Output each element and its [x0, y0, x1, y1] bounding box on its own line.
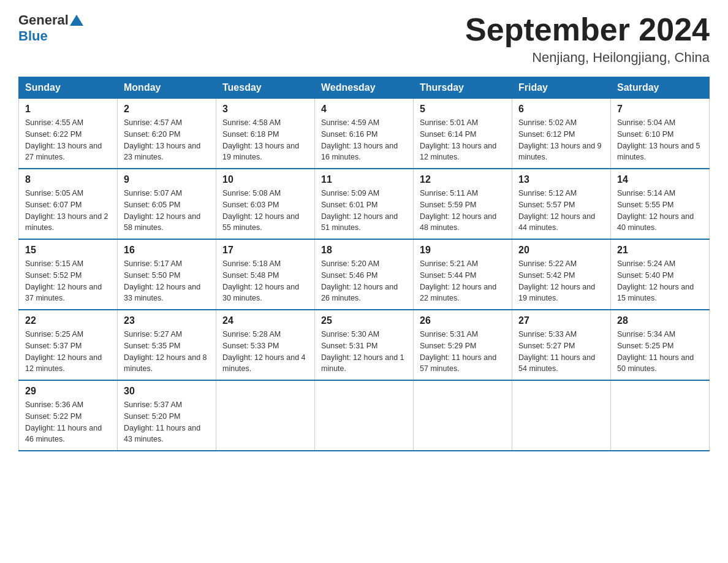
day-number-7: 7	[617, 104, 703, 115]
col-saturday: Saturday	[611, 77, 710, 99]
day-number-3: 3	[222, 104, 308, 115]
day-info-28: Sunrise: 5:34 AMSunset: 5:25 PMDaylight:…	[617, 329, 703, 375]
table-row: 17Sunrise: 5:18 AMSunset: 5:48 PMDayligh…	[216, 239, 315, 310]
day-number-8: 8	[25, 174, 111, 185]
day-info-22: Sunrise: 5:25 AMSunset: 5:37 PMDaylight:…	[25, 329, 111, 375]
day-info-11: Sunrise: 5:09 AMSunset: 6:01 PMDaylight:…	[321, 188, 407, 234]
col-monday: Monday	[118, 77, 216, 99]
col-thursday: Thursday	[414, 77, 512, 99]
table-row	[414, 380, 512, 451]
day-info-10: Sunrise: 5:08 AMSunset: 6:03 PMDaylight:…	[222, 188, 308, 234]
table-row: 12Sunrise: 5:11 AMSunset: 5:59 PMDayligh…	[414, 169, 512, 239]
table-row: 30Sunrise: 5:37 AMSunset: 5:20 PMDayligh…	[118, 380, 216, 451]
table-row: 27Sunrise: 5:33 AMSunset: 5:27 PMDayligh…	[512, 310, 611, 380]
day-info-30: Sunrise: 5:37 AMSunset: 5:20 PMDaylight:…	[124, 399, 210, 445]
table-row: 26Sunrise: 5:31 AMSunset: 5:29 PMDayligh…	[414, 310, 512, 380]
day-info-1: Sunrise: 4:55 AMSunset: 6:22 PMDaylight:…	[25, 117, 111, 163]
day-number-29: 29	[25, 386, 111, 397]
day-number-17: 17	[222, 245, 308, 256]
title-block: September 2024 Nenjiang, Heilongjiang, C…	[465, 12, 710, 66]
day-info-25: Sunrise: 5:30 AMSunset: 5:31 PMDaylight:…	[321, 329, 407, 375]
day-number-20: 20	[518, 245, 604, 256]
calendar-header-row: Sunday Monday Tuesday Wednesday Thursday…	[19, 77, 710, 99]
table-row: 20Sunrise: 5:22 AMSunset: 5:42 PMDayligh…	[512, 239, 611, 310]
table-row: 25Sunrise: 5:30 AMSunset: 5:31 PMDayligh…	[315, 310, 414, 380]
day-number-15: 15	[25, 245, 111, 256]
day-number-25: 25	[321, 315, 407, 326]
logo: General Blue	[18, 12, 83, 44]
day-number-4: 4	[321, 104, 407, 115]
day-number-28: 28	[617, 315, 703, 326]
table-row: 8Sunrise: 5:05 AMSunset: 6:07 PMDaylight…	[19, 169, 118, 239]
col-sunday: Sunday	[19, 77, 118, 99]
calendar-title: September 2024	[465, 12, 710, 47]
week-row-5: 29Sunrise: 5:36 AMSunset: 5:22 PMDayligh…	[19, 380, 710, 451]
table-row	[512, 380, 611, 451]
table-row: 22Sunrise: 5:25 AMSunset: 5:37 PMDayligh…	[19, 310, 118, 380]
table-row: 18Sunrise: 5:20 AMSunset: 5:46 PMDayligh…	[315, 239, 414, 310]
col-tuesday: Tuesday	[216, 77, 315, 99]
col-wednesday: Wednesday	[315, 77, 414, 99]
day-number-12: 12	[420, 174, 506, 185]
day-number-10: 10	[222, 174, 308, 185]
day-info-29: Sunrise: 5:36 AMSunset: 5:22 PMDaylight:…	[25, 399, 111, 445]
table-row: 6Sunrise: 5:02 AMSunset: 6:12 PMDaylight…	[512, 99, 611, 169]
day-info-15: Sunrise: 5:15 AMSunset: 5:52 PMDaylight:…	[25, 258, 111, 304]
table-row: 1Sunrise: 4:55 AMSunset: 6:22 PMDaylight…	[19, 99, 118, 169]
week-row-3: 15Sunrise: 5:15 AMSunset: 5:52 PMDayligh…	[19, 239, 710, 310]
table-row: 2Sunrise: 4:57 AMSunset: 6:20 PMDaylight…	[118, 99, 216, 169]
day-number-5: 5	[420, 104, 506, 115]
day-number-22: 22	[25, 315, 111, 326]
day-info-24: Sunrise: 5:28 AMSunset: 5:33 PMDaylight:…	[222, 329, 308, 375]
day-info-8: Sunrise: 5:05 AMSunset: 6:07 PMDaylight:…	[25, 188, 111, 234]
col-friday: Friday	[512, 77, 611, 99]
day-number-23: 23	[124, 315, 210, 326]
table-row: 13Sunrise: 5:12 AMSunset: 5:57 PMDayligh…	[512, 169, 611, 239]
day-info-2: Sunrise: 4:57 AMSunset: 6:20 PMDaylight:…	[124, 117, 210, 163]
day-info-7: Sunrise: 5:04 AMSunset: 6:10 PMDaylight:…	[617, 117, 703, 163]
day-number-26: 26	[420, 315, 506, 326]
logo-blue-text: Blue	[18, 28, 48, 44]
table-row: 24Sunrise: 5:28 AMSunset: 5:33 PMDayligh…	[216, 310, 315, 380]
logo-triangle-icon	[70, 13, 83, 27]
day-number-14: 14	[617, 174, 703, 185]
week-row-1: 1Sunrise: 4:55 AMSunset: 6:22 PMDaylight…	[19, 99, 710, 169]
day-number-6: 6	[518, 104, 604, 115]
day-info-9: Sunrise: 5:07 AMSunset: 6:05 PMDaylight:…	[124, 188, 210, 234]
day-info-18: Sunrise: 5:20 AMSunset: 5:46 PMDaylight:…	[321, 258, 407, 304]
day-info-12: Sunrise: 5:11 AMSunset: 5:59 PMDaylight:…	[420, 188, 506, 234]
table-row: 7Sunrise: 5:04 AMSunset: 6:10 PMDaylight…	[611, 99, 710, 169]
day-info-5: Sunrise: 5:01 AMSunset: 6:14 PMDaylight:…	[420, 117, 506, 163]
day-number-24: 24	[222, 315, 308, 326]
table-row: 3Sunrise: 4:58 AMSunset: 6:18 PMDaylight…	[216, 99, 315, 169]
day-info-27: Sunrise: 5:33 AMSunset: 5:27 PMDaylight:…	[518, 329, 604, 375]
table-row: 29Sunrise: 5:36 AMSunset: 5:22 PMDayligh…	[19, 380, 118, 451]
table-row: 10Sunrise: 5:08 AMSunset: 6:03 PMDayligh…	[216, 169, 315, 239]
day-info-21: Sunrise: 5:24 AMSunset: 5:40 PMDaylight:…	[617, 258, 703, 304]
table-row: 16Sunrise: 5:17 AMSunset: 5:50 PMDayligh…	[118, 239, 216, 310]
table-row: 21Sunrise: 5:24 AMSunset: 5:40 PMDayligh…	[611, 239, 710, 310]
day-number-19: 19	[420, 245, 506, 256]
table-row: 14Sunrise: 5:14 AMSunset: 5:55 PMDayligh…	[611, 169, 710, 239]
day-number-27: 27	[518, 315, 604, 326]
week-row-4: 22Sunrise: 5:25 AMSunset: 5:37 PMDayligh…	[19, 310, 710, 380]
table-row: 19Sunrise: 5:21 AMSunset: 5:44 PMDayligh…	[414, 239, 512, 310]
day-number-30: 30	[124, 386, 210, 397]
table-row	[216, 380, 315, 451]
day-info-4: Sunrise: 4:59 AMSunset: 6:16 PMDaylight:…	[321, 117, 407, 163]
day-info-6: Sunrise: 5:02 AMSunset: 6:12 PMDaylight:…	[518, 117, 604, 163]
day-info-19: Sunrise: 5:21 AMSunset: 5:44 PMDaylight:…	[420, 258, 506, 304]
table-row: 9Sunrise: 5:07 AMSunset: 6:05 PMDaylight…	[118, 169, 216, 239]
day-info-14: Sunrise: 5:14 AMSunset: 5:55 PMDaylight:…	[617, 188, 703, 234]
table-row: 11Sunrise: 5:09 AMSunset: 6:01 PMDayligh…	[315, 169, 414, 239]
table-row: 28Sunrise: 5:34 AMSunset: 5:25 PMDayligh…	[611, 310, 710, 380]
day-info-17: Sunrise: 5:18 AMSunset: 5:48 PMDaylight:…	[222, 258, 308, 304]
day-number-13: 13	[518, 174, 604, 185]
day-info-16: Sunrise: 5:17 AMSunset: 5:50 PMDaylight:…	[124, 258, 210, 304]
calendar-subtitle: Nenjiang, Heilongjiang, China	[465, 50, 710, 66]
table-row	[315, 380, 414, 451]
svg-marker-0	[70, 15, 83, 26]
logo-general-text: General	[18, 12, 69, 28]
day-number-18: 18	[321, 245, 407, 256]
table-row: 23Sunrise: 5:27 AMSunset: 5:35 PMDayligh…	[118, 310, 216, 380]
